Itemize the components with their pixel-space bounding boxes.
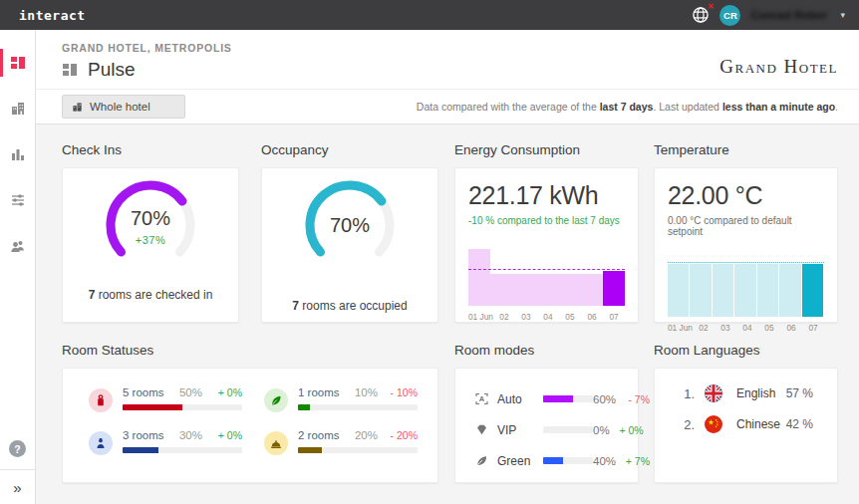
occupancy-card: 70% 7 rooms are occupied xyxy=(261,167,438,323)
room-modes-card: A Auto 60% - 7% xyxy=(454,368,639,483)
status-entry-service: 2 rooms 20% - 20% xyxy=(264,429,418,455)
status-delta: + 0% xyxy=(202,386,242,398)
section-title-occupancy: Occupancy xyxy=(261,142,438,157)
status-progress-bar xyxy=(298,404,310,410)
mode-pct: 0% xyxy=(593,424,610,436)
scope-filter-label: Whole hotel xyxy=(90,101,150,113)
mode-pct: 60% xyxy=(593,393,616,405)
housekeeping-icon xyxy=(89,431,113,455)
occupancy-caption: 7 rooms are occupied xyxy=(262,299,437,313)
sidebar-expand-button[interactable]: » xyxy=(0,470,35,504)
mode-pct: 40% xyxy=(593,455,616,467)
check-ins-caption: 7 rooms are checked in xyxy=(63,288,238,302)
double-chevron-icon: » xyxy=(13,479,21,496)
language-label: Chinese xyxy=(736,417,786,431)
language-globe-button[interactable]: ✕ xyxy=(692,6,710,24)
occupancy-percentage: 70% xyxy=(298,214,402,237)
user-name[interactable]: Conrad Roberts xyxy=(750,9,828,21)
mode-row-auto: A Auto 60% - 7% xyxy=(475,383,620,414)
dnd-sign-icon xyxy=(89,388,113,412)
hotel-building-icon xyxy=(10,101,26,117)
page-header: GRAND HOTEL, METROPOLIS Pulse Grand Hote… xyxy=(36,30,859,90)
page-title: Pulse xyxy=(88,59,136,81)
status-progress-bar xyxy=(123,404,182,410)
language-pct: 42 % xyxy=(786,417,813,431)
check-ins-percentage: 70% xyxy=(99,207,202,230)
breadcrumb: GRAND HOTEL, METROPOLIS xyxy=(62,42,232,54)
status-delta: - 20% xyxy=(378,429,418,441)
section-title-energy: Energy Consumption xyxy=(454,142,639,157)
topbar: interact ✕ CR Conrad Roberts ▾ xyxy=(0,0,859,30)
energy-card: 221.17 kWh -10 % compared to the last 7 … xyxy=(454,167,639,323)
scope-filter-chip[interactable]: Whole hotel xyxy=(62,95,185,119)
check-ins-card: 70% +37% 7 rooms are checked in xyxy=(62,167,239,323)
language-label: English xyxy=(736,386,786,400)
mode-progress-bar xyxy=(543,395,573,402)
language-rank: 1. xyxy=(677,386,695,401)
people-icon xyxy=(10,238,26,254)
green-mode-leaf-icon xyxy=(475,454,489,467)
main-area: GRAND HOTEL, METROPOLIS Pulse Grand Hote… xyxy=(36,30,859,504)
status-pct: 10% xyxy=(344,386,378,398)
grand-hotel-logo: Grand Hotel xyxy=(719,56,838,78)
status-entry-dnd: 5 rooms 50% + 0% xyxy=(89,386,242,412)
status-delta: - 10% xyxy=(378,386,418,398)
room-statuses-card: 5 rooms 50% + 0% xyxy=(62,368,438,483)
sidebar-item-settings[interactable] xyxy=(0,177,35,223)
sidebar-item-users[interactable] xyxy=(0,223,35,269)
energy-value: 221.17 kWh xyxy=(468,181,625,210)
language-pct: 57 % xyxy=(786,386,813,400)
temperature-subtitle: 0.00 °C compared to default setpoint xyxy=(668,215,824,237)
dashboard-icon xyxy=(10,55,26,71)
temperature-bar-chart: 01 Jun020304050607 xyxy=(668,261,824,333)
app-screen: interact ✕ CR Conrad Roberts ▾ xyxy=(0,0,859,504)
status-entry-green: 1 rooms 10% - 10% xyxy=(264,386,418,412)
mode-label: Green xyxy=(497,454,543,468)
mode-progress-bar xyxy=(543,457,563,464)
help-button[interactable]: ? xyxy=(9,440,26,457)
section-title-temperature: Temperature xyxy=(654,142,838,157)
section-title-room-modes: Room modes xyxy=(454,343,639,358)
filter-bar: Whole hotel Data compared with the avera… xyxy=(36,90,859,125)
service-bell-icon xyxy=(264,431,288,455)
room-languages-card: 1. xyxy=(654,368,838,483)
mode-delta: - 7% xyxy=(616,393,650,405)
building-icon xyxy=(72,102,83,113)
mode-delta: + 0% xyxy=(610,424,644,436)
section-title-room-statuses: Room Statuses xyxy=(62,343,438,358)
dashboard-content: Check Ins 70% +37% 7 rooms are checked i… xyxy=(36,125,859,483)
uk-flag-icon xyxy=(705,384,722,402)
user-avatar[interactable]: CR xyxy=(719,5,740,26)
language-rank: 2. xyxy=(677,417,695,432)
user-menu-caret-icon[interactable]: ▾ xyxy=(840,10,845,20)
status-count: 3 rooms xyxy=(123,429,168,441)
bar-chart-icon xyxy=(10,146,26,162)
energy-subtitle: -10 % compared to the last 7 days xyxy=(468,215,625,226)
mode-label: Auto xyxy=(497,392,543,406)
vip-diamond-icon xyxy=(475,423,489,436)
status-count: 2 rooms xyxy=(298,429,344,441)
energy-bar-chart: 01 Jun020304050607 xyxy=(468,240,625,322)
green-leaf-icon xyxy=(264,388,288,412)
temperature-card: 22.00 °C 0.00 °C compared to default set… xyxy=(654,167,838,323)
temperature-value: 22.00 °C xyxy=(668,181,824,210)
svg-text:A: A xyxy=(479,394,485,403)
sidebar-item-reports[interactable] xyxy=(0,131,35,177)
pulse-title-icon xyxy=(62,62,78,78)
china-flag-icon xyxy=(705,415,722,433)
mode-row-green: Green 40% + 7% xyxy=(475,445,620,476)
mode-delta: + 7% xyxy=(616,455,650,467)
section-title-room-languages: Room Languages xyxy=(654,343,838,358)
status-count: 1 rooms xyxy=(298,386,344,398)
status-progress-bar xyxy=(123,447,158,453)
auto-mode-icon: A xyxy=(475,392,489,405)
sidebar: ? » xyxy=(0,30,36,504)
interact-logo: interact xyxy=(19,8,86,23)
status-progress-bar xyxy=(298,447,322,453)
sidebar-item-pulse[interactable] xyxy=(0,40,35,86)
sidebar-item-hotel[interactable] xyxy=(0,86,35,131)
check-ins-delta: +37% xyxy=(99,234,202,246)
section-title-check-ins: Check Ins xyxy=(62,142,239,157)
language-row-chinese: 2. xyxy=(677,415,819,433)
status-pct: 30% xyxy=(168,429,202,441)
